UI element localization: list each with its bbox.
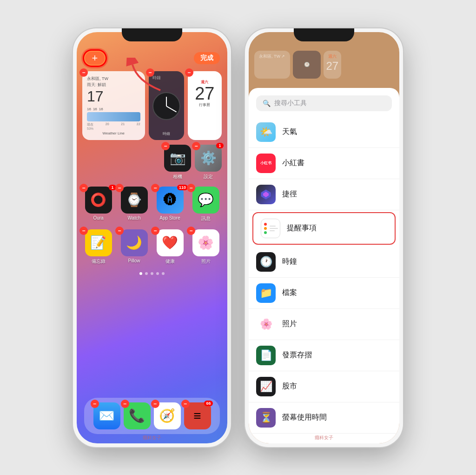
- oura-icon: ⭕: [85, 187, 112, 214]
- notes-label: 備忘錄: [92, 258, 106, 265]
- oura-app[interactable]: − 1 ⭕ Oura: [82, 187, 114, 222]
- cal-label: 行事曆: [199, 102, 210, 107]
- right-cal-widget: 週六 27: [324, 51, 342, 79]
- widget-picker-sheet[interactable]: 🔍 搜尋小工具 🌤️ 天氣 小红书 小紅書 捷徑 提醒事: [249, 88, 399, 443]
- remove-pillow-btn[interactable]: −: [115, 227, 124, 235]
- clock-face: [152, 92, 180, 120]
- clock-minute-hand: [166, 106, 176, 112]
- notes-app[interactable]: − 📝 備忘錄: [82, 229, 114, 265]
- remove-phone-btn[interactable]: −: [121, 400, 129, 408]
- widget-name-photos: 照片: [282, 319, 297, 329]
- widget-name-stocks: 股市: [282, 381, 297, 391]
- pillow-label: Pillow: [128, 258, 140, 263]
- settings-badge: 1: [216, 143, 224, 148]
- watch-app[interactable]: − ⌚ Watch: [118, 187, 150, 222]
- app-row-camera: − 📷 相機 − 1 ⚙️ 設定: [77, 142, 227, 183]
- clock-widget-label: 時鐘: [152, 75, 161, 81]
- widget-icon-files: 📁: [256, 283, 276, 303]
- remove-weather-btn[interactable]: −: [79, 68, 88, 77]
- todoist-dock-item[interactable]: − 66 ≡: [184, 402, 211, 429]
- widget-item-shortcuts[interactable]: 捷徑: [249, 179, 399, 210]
- remove-appstore-btn[interactable]: −: [151, 184, 159, 192]
- widget-item-weather[interactable]: 🌤️ 天氣: [249, 117, 399, 148]
- messages-icon: 💬: [192, 187, 219, 214]
- widget-name-receipt: 發票存摺: [282, 350, 312, 360]
- dot-5: [162, 272, 165, 275]
- camera-app[interactable]: − 📷 相機: [164, 145, 191, 180]
- right-clock-widget: 🕐: [293, 51, 321, 79]
- widget-name-clock: 時鐘: [282, 257, 297, 267]
- done-button[interactable]: 完成: [194, 52, 220, 64]
- widget-name-xiaohongshu: 小紅書: [282, 158, 304, 168]
- safari-dock-item[interactable]: − 🧭: [154, 402, 181, 429]
- widget-item-screentime[interactable]: ⏳ 螢幕使用時間: [249, 402, 399, 434]
- dot-2: [145, 272, 148, 275]
- weather-condition: 雨天: 解鎖: [87, 82, 140, 88]
- widget-name-weather: 天氣: [282, 127, 297, 137]
- pillow-icon: 🌙: [121, 229, 148, 256]
- health-icon: ❤️: [157, 229, 184, 256]
- remove-watch-btn[interactable]: −: [115, 184, 124, 192]
- watermark: 癮科女子: [143, 435, 161, 441]
- add-widget-button[interactable]: +: [84, 51, 106, 66]
- search-placeholder: 搜尋小工具: [274, 99, 307, 107]
- widget-icon-shortcuts: [256, 185, 276, 204]
- remove-todoist-btn[interactable]: −: [181, 400, 190, 408]
- left-screen: + 完成 − 永和區, TW 雨天: 解鎖 17: [77, 32, 227, 443]
- app-row-3: − 📝 備忘錄 − 🌙 Pillow − ❤️ 健康 − 🌸 照片: [77, 226, 227, 268]
- clock-widget: − 時鐘 時鐘: [149, 71, 184, 140]
- appstore-badge: 110: [177, 185, 188, 190]
- widget-name-screentime: 螢幕使用時間: [282, 413, 327, 422]
- watch-icon: ⌚: [121, 187, 148, 214]
- pillow-app[interactable]: − 🌙 Pillow: [118, 229, 150, 265]
- remove-safari-btn[interactable]: −: [151, 400, 159, 408]
- remove-notes-btn[interactable]: −: [79, 227, 88, 235]
- health-app[interactable]: − ❤️ 健康: [154, 229, 186, 265]
- remove-camera-btn[interactable]: −: [161, 142, 170, 150]
- widget-icon-photos: 🌸: [256, 314, 276, 334]
- remove-photos-btn[interactable]: −: [187, 227, 195, 235]
- widget-item-clock[interactable]: 🕐 時鐘: [249, 247, 399, 278]
- widget-item-photos[interactable]: 🌸 照片: [249, 309, 399, 340]
- remove-health-btn[interactable]: −: [151, 227, 159, 235]
- remove-cal-btn[interactable]: −: [185, 68, 193, 77]
- widget-icon-xiaohongshu: 小红书: [256, 154, 276, 173]
- page-dots: [77, 268, 227, 279]
- mail-dock-item[interactable]: − ✉️: [93, 402, 120, 429]
- watch-label: Watch: [128, 215, 141, 221]
- widget-icon-receipt: 📄: [256, 346, 276, 365]
- weather-location: 永和區, TW: [87, 76, 140, 82]
- remove-messages-btn[interactable]: −: [187, 184, 195, 192]
- photos-app[interactable]: − 🌸 照片: [190, 229, 222, 265]
- remove-oura-btn[interactable]: −: [79, 184, 88, 192]
- phone-dock-item[interactable]: − 📞: [124, 402, 151, 429]
- widget-item-xiaohongshu[interactable]: 小红书 小紅書: [249, 148, 399, 179]
- weather-widget: − 永和區, TW 雨天: 解鎖 17 161616 現在202122 53% …: [82, 71, 145, 140]
- right-screen: 永和區, TW ↗ 🕐 週六 27 🔍 搜尋小工具 🌤️ 天氣: [249, 32, 399, 443]
- notes-icon: 📝: [85, 229, 112, 256]
- weather-graph-placeholder: 161616 現在202122 53%: [87, 107, 140, 130]
- camera-label: 相機: [173, 174, 182, 180]
- widget-item-receipt[interactable]: 📄 發票存摺: [249, 340, 399, 371]
- settings-app[interactable]: − 1 ⚙️ 設定: [195, 145, 222, 180]
- dot-4: [156, 272, 159, 275]
- todoist-badge: 66: [204, 401, 212, 406]
- remove-settings-btn[interactable]: −: [192, 142, 200, 150]
- right-notch: [294, 28, 354, 41]
- widget-search-bar[interactable]: 🔍 搜尋小工具: [256, 95, 392, 111]
- right-watermark: 癮科女子: [315, 435, 333, 441]
- widget-name-files: 檔案: [282, 288, 297, 298]
- appstore-app[interactable]: − 110 🅐 App Store: [154, 187, 186, 222]
- widget-icon-screentime: ⏳: [256, 408, 276, 428]
- widget-item-stocks[interactable]: 📈 股市: [249, 371, 399, 402]
- messages-app[interactable]: − 💬 訊息: [190, 187, 222, 222]
- photos-icon: 🌸: [192, 229, 219, 256]
- notch: [122, 28, 182, 41]
- widget-item-reminders[interactable]: 提醒事項: [252, 212, 396, 245]
- messages-label: 訊息: [201, 215, 211, 222]
- widget-item-files[interactable]: 📁 檔案: [249, 278, 399, 309]
- remove-mail-btn[interactable]: −: [91, 400, 99, 408]
- remove-clock-btn[interactable]: −: [146, 68, 154, 77]
- cal-date: 27: [195, 85, 214, 102]
- widgets-row-1: − 永和區, TW 雨天: 解鎖 17 161616 現在202122 53% …: [77, 69, 227, 142]
